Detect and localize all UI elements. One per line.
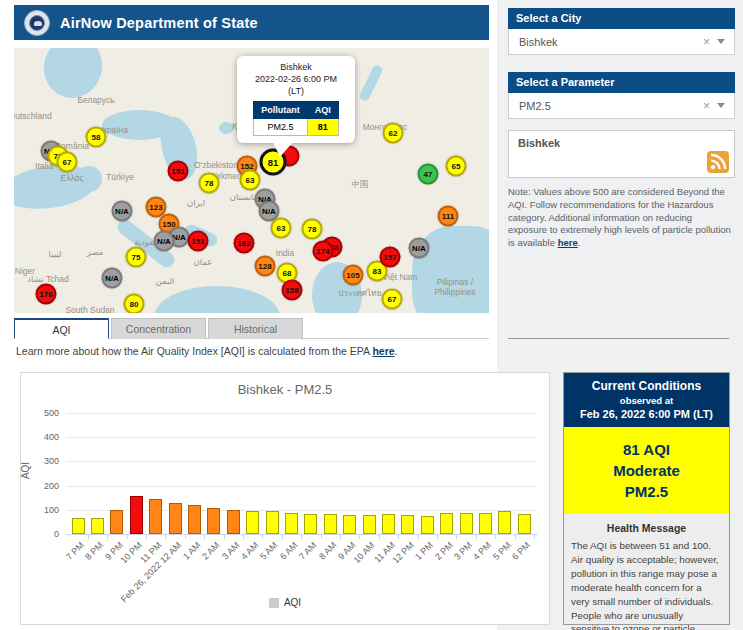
popup-col-pollutant: Pollutant: [254, 102, 308, 119]
map-marker[interactable]: N/A: [112, 201, 133, 222]
chart-bar[interactable]: [343, 515, 356, 534]
map-marker[interactable]: 174: [313, 241, 334, 262]
chart-bar[interactable]: [382, 514, 395, 534]
chart-bar[interactable]: [401, 515, 414, 534]
chart-bar[interactable]: [285, 513, 298, 534]
chart-bar[interactable]: [72, 518, 85, 534]
chart-x-tick: [534, 535, 535, 539]
map-marker[interactable]: 78: [199, 173, 220, 194]
map-marker[interactable]: 151: [168, 161, 189, 182]
map-marker[interactable]: 75: [126, 247, 147, 268]
map-marker[interactable]: 62: [383, 123, 404, 144]
map-marker[interactable]: 63: [240, 170, 261, 191]
app-header: AirNow Department of State: [14, 5, 489, 40]
chart-bar[interactable]: [498, 511, 511, 534]
map-country-label: Niger: [15, 266, 35, 276]
chart-legend[interactable]: AQI: [21, 597, 549, 608]
view-tabs: AQIConcentrationHistorical: [14, 318, 489, 339]
legend-swatch-icon: [269, 598, 279, 608]
chart-bar[interactable]: [421, 516, 434, 534]
chart-x-tick-label: 7 PM: [64, 540, 86, 562]
map-marker[interactable]: 78: [302, 219, 323, 240]
chart-y-tick-label: 500: [29, 408, 59, 418]
chart-bar[interactable]: [91, 518, 104, 534]
popup-aqi-value: 81: [307, 119, 338, 136]
note-suffix: .: [578, 237, 581, 248]
chart-bar[interactable]: [363, 515, 376, 534]
map-country-label: عمان: [194, 257, 213, 267]
chart-bar[interactable]: [266, 511, 279, 534]
chart-bar[interactable]: [188, 505, 201, 534]
city-dropdown[interactable]: Bishkek ×: [508, 29, 735, 55]
aqi-map[interactable]: БеларусьDeutschlandУкраїнаRomâniaItaliaΕ…: [14, 48, 489, 313]
map-marker[interactable]: 151: [188, 231, 209, 252]
city-textbox-container: Bishkek: [508, 130, 735, 178]
map-marker[interactable]: 67: [57, 152, 78, 173]
note-link[interactable]: here: [558, 237, 578, 248]
map-marker[interactable]: 157: [380, 247, 401, 268]
chart-x-tick: [301, 535, 302, 539]
sidebar-divider: [508, 338, 729, 339]
popup-table: Pollutant AQI PM2.5 81: [253, 101, 339, 136]
map-marker[interactable]: 58: [86, 127, 107, 148]
city-caret-down-icon[interactable]: [717, 39, 725, 44]
parameter-clear-icon[interactable]: ×: [696, 99, 717, 113]
chart-bar[interactable]: [169, 503, 182, 534]
map-marker[interactable]: 80: [124, 294, 145, 314]
chart-bar[interactable]: [324, 514, 337, 534]
chart-x-tick-label: 4 AM: [239, 540, 261, 562]
chart-x-tick: [515, 535, 516, 539]
chart-bar[interactable]: [479, 513, 492, 534]
observed-datetime: Feb 26, 2022 6:00 PM (LT): [568, 408, 725, 420]
chart-y-tick-label: 200: [29, 481, 59, 491]
chart-bar[interactable]: [460, 513, 473, 534]
chart-bar[interactable]: [130, 496, 143, 534]
chart-x-tick-label: 5 PM: [491, 540, 513, 562]
map-marker[interactable]: 65: [446, 156, 467, 177]
chart-gridline: [66, 461, 536, 462]
tab-historical[interactable]: Historical: [208, 318, 303, 339]
parameter-caret-down-icon[interactable]: [717, 103, 725, 108]
chart-bar[interactable]: [149, 499, 162, 534]
chart-bar[interactable]: [246, 511, 259, 534]
map-marker[interactable]: 105: [343, 265, 364, 286]
chart-x-tick: [379, 535, 380, 539]
map-water: [219, 122, 234, 134]
beyond-aqi-note: Note: Values above 500 are considered Be…: [508, 186, 732, 250]
map-marker[interactable]: N/A: [154, 231, 175, 252]
chart-x-tick-label: 4 PM: [472, 540, 494, 562]
chart-x-tick: [146, 535, 147, 539]
chart-bar[interactable]: [227, 510, 240, 534]
map-marker[interactable]: 162: [234, 233, 255, 254]
city-textbox[interactable]: Bishkek: [509, 131, 734, 177]
popup-pollutant-value: PM2.5: [254, 119, 308, 136]
map-marker[interactable]: N/A: [409, 238, 430, 259]
map-marker[interactable]: 128: [255, 256, 276, 277]
tab-concentration[interactable]: Concentration: [111, 318, 206, 339]
map-marker[interactable]: 111: [438, 206, 459, 227]
map-water: [154, 286, 280, 313]
map-marker[interactable]: N/A: [102, 268, 123, 289]
health-message-title: Health Message: [571, 522, 722, 534]
chart-x-tick: [340, 535, 341, 539]
epa-link[interactable]: here: [372, 345, 394, 357]
map-marker[interactable]: 63: [271, 218, 292, 239]
chart-x-tick: [127, 535, 128, 539]
chart-bar[interactable]: [518, 514, 531, 534]
city-clear-icon[interactable]: ×: [696, 35, 717, 49]
chart-x-tick: [204, 535, 205, 539]
popup-datetime: 2022-02-26 6:00 PM: [241, 73, 351, 85]
tab-aqi[interactable]: AQI: [14, 318, 109, 339]
chart-bar[interactable]: [440, 513, 453, 534]
chart-bar[interactable]: [304, 514, 317, 534]
map-marker[interactable]: 47: [418, 164, 439, 185]
map-marker[interactable]: 176: [36, 284, 57, 305]
map-marker[interactable]: 158: [282, 280, 303, 301]
chart-bar[interactable]: [110, 510, 123, 534]
chart-x-tick: [456, 535, 457, 539]
rss-feed-icon[interactable]: [707, 151, 729, 173]
observed-at-label: observed at: [568, 395, 725, 406]
parameter-dropdown[interactable]: PM2.5 ×: [508, 93, 735, 119]
map-marker[interactable]: 67: [382, 289, 403, 310]
chart-bar[interactable]: [207, 508, 220, 534]
